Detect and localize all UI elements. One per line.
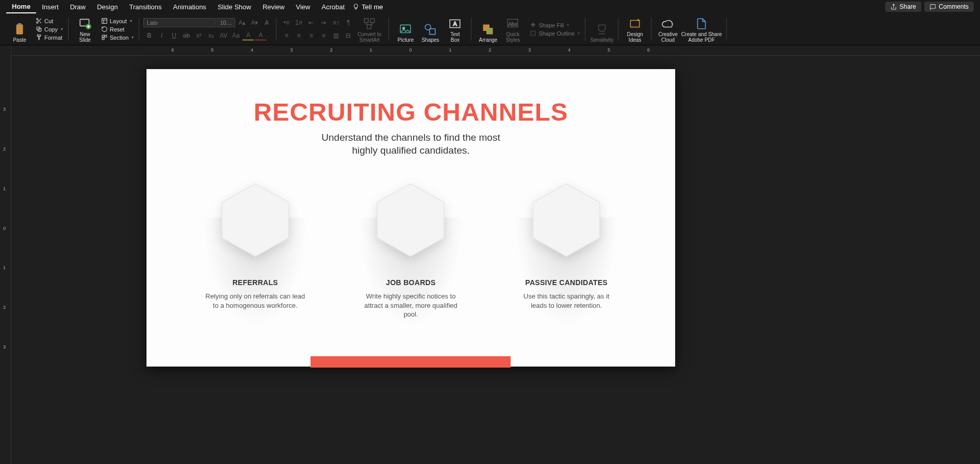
justify-icon[interactable]: ≡: [318, 30, 329, 41]
svg-point-2: [37, 19, 38, 20]
tab-design[interactable]: Design: [91, 1, 123, 13]
superscript-icon[interactable]: x²: [193, 30, 204, 41]
change-case-icon[interactable]: Aa: [230, 30, 241, 41]
increase-indent-icon[interactable]: ⇥: [318, 18, 329, 28]
slide-columns: REFERRALS Relying only on referrals can …: [146, 181, 675, 319]
new-slide-button[interactable]: New Slide: [73, 14, 97, 44]
clear-formatting-icon[interactable]: A̷: [261, 18, 272, 28]
col-referrals[interactable]: REFERRALS Relying only on referrals can …: [188, 181, 322, 319]
section-button[interactable]: Section▾: [100, 34, 136, 41]
svg-text:A: A: [453, 21, 458, 27]
tab-view[interactable]: View: [290, 1, 316, 13]
layout-icon: [101, 18, 108, 24]
format-painter-icon: [36, 34, 42, 41]
cut-button[interactable]: Cut: [34, 17, 64, 25]
paste-label: Paste: [13, 37, 26, 43]
line-spacing-icon[interactable]: ≡↕: [330, 18, 341, 28]
format-label: Format: [44, 35, 62, 41]
decrease-indent-icon[interactable]: ⇤: [305, 18, 317, 28]
group-slides: New Slide Layout▾ Reset Section▾: [69, 13, 140, 45]
svg-rect-14: [367, 25, 371, 29]
strike-icon[interactable]: ab: [181, 30, 192, 41]
quick-styles-button[interactable]: Abc Quick Styles: [500, 14, 525, 44]
font-color-icon[interactable]: A: [255, 30, 266, 41]
copy-label: Copy: [44, 26, 58, 32]
slide-title[interactable]: RECRUITING CHANNELS: [146, 97, 675, 126]
svg-rect-26: [630, 20, 639, 27]
create-pdf-button[interactable]: Create and Share Adobe PDF: [680, 14, 723, 44]
design-ideas-button[interactable]: Design Ideas: [623, 14, 647, 44]
design-ideas-label: Design Ideas: [627, 31, 643, 43]
col-passive[interactable]: PASSIVE CANDIDATES Use this tactic spari…: [499, 181, 633, 319]
ribbon: Paste Cut Copy▾ Format New Slide: [0, 13, 980, 45]
text-effect-icon[interactable]: AV: [218, 30, 229, 41]
paste-button[interactable]: Paste: [7, 14, 32, 44]
tab-review[interactable]: Review: [257, 1, 290, 13]
format-painter-button[interactable]: Format: [34, 34, 64, 41]
font-size-input[interactable]: [217, 18, 235, 27]
convert-smartart-button[interactable]: Convert to SmartArt: [354, 14, 385, 44]
tab-transitions[interactable]: Transitions: [123, 1, 167, 13]
shapes-button[interactable]: Shapes: [418, 14, 443, 44]
accent-bar[interactable]: [311, 356, 511, 368]
align-right-icon[interactable]: ≡: [305, 30, 317, 41]
svg-marker-29: [533, 184, 600, 257]
arrange-button[interactable]: Arrange: [476, 14, 500, 44]
arrange-label: Arrange: [479, 37, 498, 43]
group-ideas: Design Ideas: [618, 13, 651, 45]
picture-button[interactable]: Picture: [393, 14, 418, 44]
comment-icon: [929, 4, 936, 10]
picture-label: Picture: [398, 37, 414, 43]
creative-cloud-button[interactable]: Creative Cloud: [656, 14, 680, 44]
slide-canvas[interactable]: RECRUITING CHANNELS Understand the chann…: [146, 69, 675, 367]
svg-rect-18: [430, 28, 435, 34]
comments-label: Comments: [939, 3, 969, 10]
scissors-icon: [36, 18, 42, 24]
textbox-button[interactable]: A Text Box: [443, 14, 467, 44]
shapes-icon: [423, 23, 437, 36]
share-button[interactable]: Share: [885, 2, 921, 12]
tab-home[interactable]: Home: [6, 1, 36, 13]
italic-icon[interactable]: I: [156, 30, 167, 41]
subscript-icon[interactable]: x₂: [205, 30, 217, 41]
new-slide-icon: [78, 17, 92, 30]
tab-insert[interactable]: Insert: [36, 1, 64, 13]
bullets-icon[interactable]: •≡: [281, 18, 292, 28]
tab-draw[interactable]: Draw: [64, 1, 91, 13]
highlight-icon[interactable]: A: [242, 30, 254, 41]
creative-cloud-icon: [661, 17, 675, 30]
menu-bar: Home Insert Draw Design Transitions Anim…: [0, 0, 980, 13]
shapes-label: Shapes: [421, 37, 439, 43]
comments-button[interactable]: Comments: [924, 2, 974, 12]
bold-icon[interactable]: B: [143, 30, 155, 41]
numbering-icon[interactable]: 1≡: [293, 18, 304, 28]
sensitivity-button[interactable]: Sensitivity: [590, 14, 614, 44]
text-direction-icon[interactable]: ¶: [342, 18, 354, 28]
tab-acrobat[interactable]: Acrobat: [316, 1, 351, 13]
underline-icon[interactable]: U: [168, 30, 179, 41]
tab-slideshow[interactable]: Slide Show: [212, 1, 257, 13]
tab-animations[interactable]: Animations: [168, 1, 212, 13]
font-name-input[interactable]: [143, 18, 216, 27]
decrease-font-icon[interactable]: A▾: [249, 18, 260, 28]
columns-icon[interactable]: ▥: [330, 30, 341, 41]
horizontal-ruler[interactable]: 6543210123456: [11, 45, 980, 56]
shape-fill-button[interactable]: Shape Fill▾: [528, 21, 581, 29]
textbox-label: Text Box: [450, 31, 460, 43]
shape-outline-button[interactable]: Shape Outline▾: [528, 29, 581, 37]
col-heading: JOB BOARDS: [344, 278, 478, 287]
vertical-ruler[interactable]: 3210123: [0, 45, 11, 464]
col-heading: PASSIVE CANDIDATES: [499, 278, 633, 287]
increase-font-icon[interactable]: A▴: [236, 18, 248, 28]
shape-outline-label: Shape Outline: [538, 30, 575, 37]
reset-label: Reset: [110, 26, 125, 32]
reset-button[interactable]: Reset: [100, 25, 136, 33]
align-left-icon[interactable]: ≡: [281, 30, 292, 41]
col-jobboards[interactable]: JOB BOARDS Write highly specific notices…: [344, 181, 478, 319]
layout-button[interactable]: Layout▾: [100, 17, 136, 25]
align-center-icon[interactable]: ≡: [293, 30, 304, 41]
slide-subtitle[interactable]: Understand the channels to find the most…: [146, 131, 675, 157]
copy-button[interactable]: Copy▾: [34, 25, 64, 33]
align-text-icon[interactable]: ⊟: [342, 30, 354, 41]
tell-me[interactable]: Tell me: [352, 3, 383, 11]
